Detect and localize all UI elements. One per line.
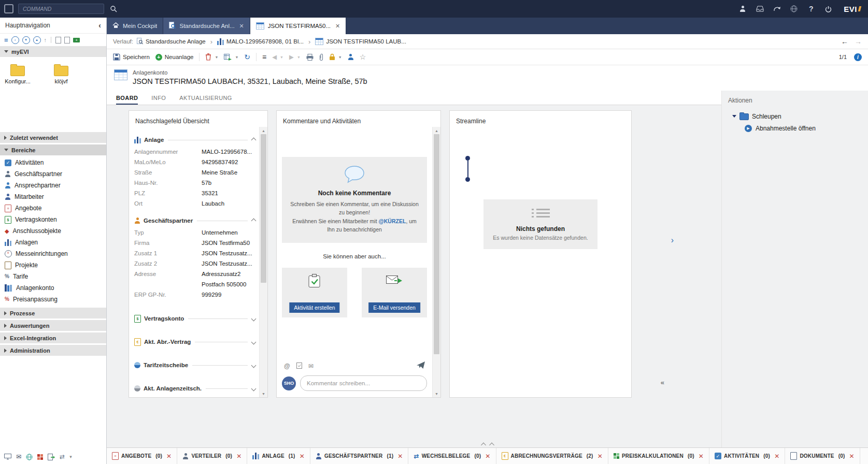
- breadcrumb-item[interactable]: JSON TESTFIRMA50 LAUB...: [315, 38, 406, 45]
- sidebar-item-anschlussobjekte[interactable]: ◆Anschlussobjekte: [0, 225, 106, 237]
- chevron-down-icon[interactable]: [251, 386, 257, 391]
- send-icon[interactable]: [417, 361, 425, 370]
- previous-record-button[interactable]: ◀▼: [272, 53, 283, 61]
- mention-link[interactable]: @KÜRZEL: [379, 218, 406, 224]
- bottom-tab-abrechnungsvertraege[interactable]: €ABRECHNUNGSVERTRÄGE(2)✕: [496, 448, 608, 464]
- bottom-tab-anlage[interactable]: ANLAGE(1)✕: [247, 448, 310, 464]
- history-forward-icon[interactable]: →: [855, 37, 862, 46]
- group-header[interactable]: $ Vertragskonto: [134, 314, 258, 323]
- document-copy-icon[interactable]: [64, 37, 70, 44]
- sidebar-item-mitarbeiter[interactable]: Mitarbeiter: [0, 191, 106, 202]
- sidebar-section-areas[interactable]: Bereiche: [0, 144, 106, 155]
- sidebar-section-auswertungen[interactable]: Auswertungen: [0, 320, 106, 331]
- sidebar-section-recent[interactable]: Zuletzt verwendet: [0, 132, 106, 143]
- tab-mein-cockpit[interactable]: Mein Cockpit: [107, 18, 163, 34]
- circle-up-icon[interactable]: ▴: [33, 36, 41, 44]
- sidebar-section-prozesse[interactable]: Prozesse: [0, 308, 106, 318]
- attachment-button[interactable]: [319, 53, 323, 61]
- scroll-up-icon[interactable]: ▲: [433, 127, 440, 134]
- command-input[interactable]: [18, 4, 104, 14]
- sidebar-item-aktivitaeten[interactable]: ✓Aktivitäten: [0, 157, 106, 168]
- sidebar-item-projekte[interactable]: Projekte: [0, 259, 106, 271]
- sidebar-collapse-icon[interactable]: ‹: [98, 21, 101, 30]
- save-button[interactable]: Speichern: [113, 53, 150, 61]
- globe-icon[interactable]: [26, 454, 33, 460]
- bottom-tab-preiskalkulationen[interactable]: PREISKALKULATIONEN(0)✕: [608, 448, 709, 464]
- bottom-tab-dokumente[interactable]: DOKUMENTE(0)✕: [785, 448, 860, 464]
- sidebar-section-myevi[interactable]: myEVI: [0, 46, 106, 57]
- close-icon[interactable]: ✕: [236, 453, 241, 460]
- menu-icon[interactable]: ≡: [4, 37, 8, 44]
- mention-icon[interactable]: @: [284, 363, 290, 370]
- folder-item[interactable]: Konfigur...: [2, 64, 33, 84]
- sidebar-item-angebote[interactable]: ≡Angebote: [0, 202, 106, 214]
- sidebar-item-tarife[interactable]: %Tarife: [0, 271, 106, 282]
- new-record-button[interactable]: + Neuanlage: [155, 54, 194, 61]
- redo-icon[interactable]: [772, 4, 781, 14]
- tab-aktualisierung[interactable]: AKTUALISIERUNG: [179, 91, 232, 105]
- delete-button[interactable]: ▼: [205, 53, 218, 61]
- vertical-scrollbar[interactable]: ▲ ▼: [432, 127, 440, 397]
- add-folder-icon[interactable]: +: [73, 38, 80, 42]
- mail-icon[interactable]: ✉: [16, 454, 21, 460]
- sidebar-item-anlagenkonto[interactable]: Anlagenkonto: [0, 282, 106, 294]
- circle-down-icon[interactable]: ▾: [22, 36, 30, 44]
- breadcrumb-item[interactable]: Standardsuche Anlage: [137, 38, 206, 46]
- close-icon[interactable]: ✕: [397, 453, 403, 460]
- history-back-icon[interactable]: ←: [841, 37, 848, 46]
- mail-icon[interactable]: ✉: [308, 363, 314, 369]
- tab-json-testfirma[interactable]: JSON TESTFIRMA50... ✕: [250, 18, 346, 34]
- group-header[interactable]: Anlage: [134, 135, 258, 144]
- circle-back-icon[interactable]: ‹: [11, 36, 19, 44]
- tab-info[interactable]: INFO: [151, 91, 166, 105]
- sidebar-item-preisanpassung[interactable]: %Preisanpassung: [0, 294, 106, 305]
- chevron-down-icon[interactable]: [251, 339, 257, 344]
- bottom-tab-verteiler[interactable]: VERTEILER(0)✕: [177, 448, 247, 464]
- help-icon[interactable]: ?: [806, 4, 816, 14]
- search-icon[interactable]: [109, 4, 118, 14]
- globe-icon[interactable]: [789, 4, 799, 14]
- scroll-down-icon[interactable]: ▼: [260, 390, 267, 397]
- chevron-up-icon[interactable]: [251, 137, 257, 142]
- tab-standardsuche[interactable]: Standardsuche Anl... ✕: [163, 18, 250, 34]
- sidebar-item-messeinrichtungen[interactable]: Messeinrichtungen: [0, 248, 106, 259]
- vertical-scrollbar[interactable]: ▲ ▼: [259, 127, 267, 397]
- close-icon[interactable]: ✕: [699, 453, 704, 460]
- sidebar-item-vertragskonten[interactable]: $Vertragskonten: [0, 214, 106, 225]
- tab-board[interactable]: BOARD: [116, 91, 138, 105]
- expand-panel-icon[interactable]: ›: [671, 236, 674, 245]
- transfer-icon[interactable]: ⇄: [60, 454, 65, 460]
- scroll-up-icon[interactable]: ▲: [260, 127, 267, 134]
- group-header[interactable]: € Akt. Abr.-Vertrag: [134, 337, 258, 346]
- sidebar-item-geschaeftspartner[interactable]: Geschäftspartner: [0, 168, 106, 180]
- close-icon[interactable]: ✕: [166, 453, 172, 460]
- group-header[interactable]: Tarifzeitscheibe: [134, 360, 258, 370]
- close-icon[interactable]: ✕: [300, 453, 305, 460]
- next-record-button[interactable]: ▶▼: [289, 53, 301, 61]
- print-button[interactable]: [306, 54, 314, 61]
- bottom-tab-geschaeftspartner[interactable]: GESCHÄFTSPARTNER(1)✕: [310, 448, 409, 464]
- close-icon[interactable]: ✕: [849, 453, 854, 460]
- close-icon[interactable]: ✕: [597, 453, 603, 460]
- task-icon[interactable]: [296, 362, 302, 370]
- create-activity-button[interactable]: Aktivität erstellen: [289, 302, 339, 313]
- sidebar-section-excel-integration[interactable]: Excel-Integration: [0, 332, 106, 343]
- export-button[interactable]: ▼: [224, 54, 238, 61]
- modules-icon[interactable]: [37, 454, 43, 460]
- sidebar-item-anlagen[interactable]: Anlagen: [0, 237, 106, 248]
- info-icon[interactable]: i: [854, 53, 862, 61]
- document-icon[interactable]: [55, 37, 61, 44]
- folder-item[interactable]: klöjvf: [46, 64, 77, 84]
- close-icon[interactable]: ✕: [485, 453, 490, 460]
- bottom-tab-aktivitaeten[interactable]: ✓AKTIVITÄTEN(0)✕: [709, 448, 785, 464]
- assign-user-button[interactable]: [348, 54, 354, 60]
- group-header[interactable]: Geschäftspartner: [134, 216, 258, 225]
- send-email-button[interactable]: E-Mail versenden: [368, 302, 420, 313]
- bottom-tab-wechselbelege[interactable]: ⇄WECHSELBELEGE(0)✕: [408, 448, 496, 464]
- bottom-tab-angebote[interactable]: ≡ANGEBOTE(0)✕: [107, 448, 177, 464]
- caret-down-icon[interactable]: ▾: [69, 455, 72, 459]
- timeline-dot[interactable]: [465, 156, 470, 161]
- export-icon[interactable]: [48, 454, 55, 460]
- scroll-down-icon[interactable]: ▼: [433, 390, 440, 397]
- collapse-panel-icon[interactable]: «: [661, 379, 664, 386]
